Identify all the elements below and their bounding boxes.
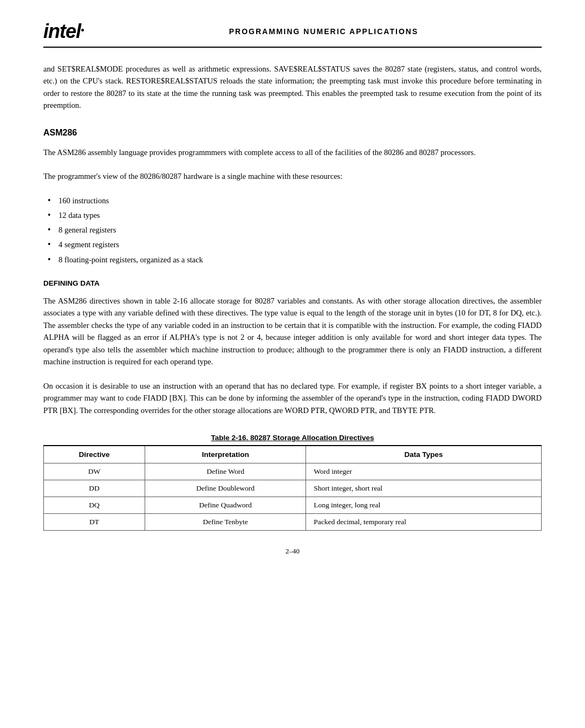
- page-header-title: PROGRAMMING NUMERIC APPLICATIONS: [106, 27, 542, 36]
- cell-interpretation: Define Word: [145, 463, 306, 480]
- col-header-data-types: Data Types: [306, 446, 542, 463]
- cell-directive: DW: [44, 463, 145, 480]
- table-header-row: Directive Interpretation Data Types: [44, 446, 542, 463]
- cell-data-types: Word integer: [306, 463, 542, 480]
- cell-directive: DQ: [44, 497, 145, 513]
- section1-bullet-list: 160 instructions 12 data types 8 general…: [43, 195, 542, 266]
- logo-dot: [81, 29, 84, 31]
- cell-data-types: Short integer, short real: [306, 480, 542, 497]
- list-item: 8 floating-point registers, organized as…: [43, 254, 542, 266]
- section1-para1: The ASM286 assembly language provides pr…: [43, 146, 542, 158]
- list-item: 4 segment registers: [43, 239, 542, 251]
- col-header-directive: Directive: [44, 446, 145, 463]
- intel-logo: intel: [43, 22, 84, 41]
- cell-interpretation: Define Quadword: [145, 497, 306, 513]
- list-item: 8 general registers: [43, 224, 542, 236]
- table-row: DT Define Tenbyte Packed decimal, tempor…: [44, 513, 542, 530]
- section2-para2: On occasion it is desirable to use an in…: [43, 380, 542, 416]
- page-number: 2–40: [43, 547, 542, 556]
- section2-heading: DEFINING DATA: [43, 279, 542, 287]
- list-item: 160 instructions: [43, 195, 542, 207]
- table-row: DW Define Word Word integer: [44, 463, 542, 480]
- table-row: DQ Define Quadword Long integer, long re…: [44, 497, 542, 513]
- section1-para2: The programmer's view of the 80286/80287…: [43, 170, 542, 182]
- cell-directive: DT: [44, 513, 145, 530]
- cell-data-types: Packed decimal, temporary real: [306, 513, 542, 530]
- section2-para1: The ASM286 directives shown in table 2-1…: [43, 295, 542, 368]
- list-item: 12 data types: [43, 209, 542, 222]
- col-header-interpretation: Interpretation: [145, 446, 306, 463]
- cell-directive: DD: [44, 480, 145, 497]
- section1-heading: ASM286: [43, 128, 542, 138]
- cell-data-types: Long integer, long real: [306, 497, 542, 513]
- table-container: Table 2-16. 80287 Storage Allocation Dir…: [43, 434, 542, 531]
- cell-interpretation: Define Tenbyte: [145, 513, 306, 530]
- cell-interpretation: Define Doubleword: [145, 480, 306, 497]
- table-caption: Table 2-16. 80287 Storage Allocation Dir…: [43, 434, 542, 442]
- page-header: intel PROGRAMMING NUMERIC APPLICATIONS: [43, 22, 542, 48]
- intro-paragraph: and SET$REAL$MODE procedures as well as …: [43, 63, 542, 112]
- table-row: DD Define Doubleword Short integer, shor…: [44, 480, 542, 497]
- page: intel PROGRAMMING NUMERIC APPLICATIONS a…: [0, 0, 585, 728]
- storage-allocation-table: Directive Interpretation Data Types DW D…: [43, 445, 542, 531]
